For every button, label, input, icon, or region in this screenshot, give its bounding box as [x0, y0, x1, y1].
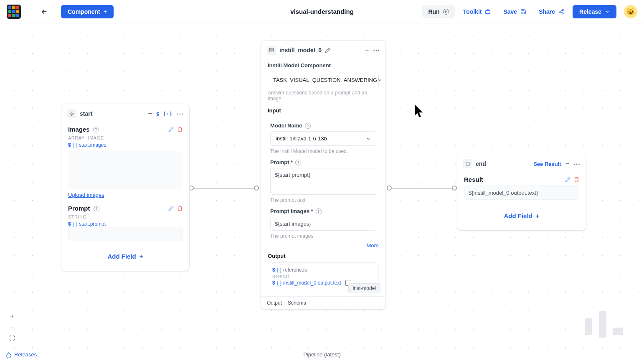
plus-icon: +: [536, 212, 540, 219]
delete-icon[interactable]: [177, 206, 183, 211]
release-button[interactable]: Release: [573, 5, 616, 18]
task-select[interactable]: TASK_VISUAL_QUESTION_ANSWERING: [268, 73, 379, 87]
output-refs-label: references: [283, 267, 307, 273]
save-icon: [520, 9, 526, 15]
plus-icon: +: [139, 253, 143, 260]
delete-icon[interactable]: [177, 127, 183, 132]
share-icon: [558, 9, 564, 15]
upload-link[interactable]: Upload images: [68, 192, 104, 198]
section-label: Output: [268, 253, 379, 259]
ref-sigil: $: [272, 280, 275, 286]
tab-output[interactable]: Output: [267, 300, 282, 306]
svg-point-1: [562, 9, 564, 11]
prompt-images-input[interactable]: ${start.images}: [270, 217, 376, 231]
model-name-value: instill-ai/llava-1-6-13b: [276, 135, 327, 142]
ref-text: start.prompt: [79, 221, 106, 227]
start-node[interactable]: start − $ {·} ⋯ Images ?: [61, 104, 190, 271]
edit-icon[interactable]: [325, 48, 330, 53]
help-icon[interactable]: ?: [305, 123, 311, 129]
component-button[interactable]: Component +: [61, 5, 114, 18]
back-button[interactable]: [38, 5, 51, 18]
avatar[interactable]: 🐱: [624, 5, 637, 18]
task-select-value: TASK_VISUAL_QUESTION_ANSWERING: [273, 77, 377, 83]
svg-rect-8: [466, 162, 469, 165]
section-title: Instill Model Component: [268, 62, 379, 69]
ref-text: start.images: [79, 142, 106, 148]
header-actions: Run Toolkit Save Share Release: [422, 5, 637, 18]
page-title: visual-understanding: [290, 8, 354, 15]
edit-icon[interactable]: [565, 177, 570, 182]
prompt-input[interactable]: [68, 227, 183, 241]
pipeline-canvas[interactable]: start − $ {·} ⋯ Images ?: [0, 23, 644, 361]
delete-icon[interactable]: [574, 177, 579, 182]
app-logo[interactable]: [7, 5, 21, 19]
save-button-label: Save: [503, 8, 517, 15]
type-badge: IMAGE: [88, 135, 104, 140]
add-field-button[interactable]: Add Field +: [464, 207, 579, 224]
minimize-icon[interactable]: −: [365, 46, 369, 54]
cursor-icon: [413, 104, 426, 118]
node-footer-tag: inst-model: [348, 283, 380, 293]
releases-label: Releases: [14, 351, 37, 358]
result-value[interactable]: ${instill_model_0.output.text}: [464, 186, 579, 200]
toolkit-button[interactable]: Toolkit: [459, 5, 495, 18]
zoom-in-button[interactable]: +: [8, 312, 17, 321]
minimize-icon[interactable]: −: [148, 110, 152, 117]
zoom-out-button[interactable]: −: [8, 323, 17, 332]
model-node[interactable]: instill_model_0 − ⋯ Instill Model Compon…: [261, 40, 386, 310]
image-dropzone[interactable]: [68, 151, 183, 189]
help-icon[interactable]: ?: [295, 160, 301, 165]
help-icon[interactable]: ?: [94, 206, 99, 211]
field-label: Prompt Images *: [270, 208, 313, 214]
node-header: instill_model_0 − ⋯: [261, 41, 385, 60]
more-icon[interactable]: ⋯: [177, 110, 183, 118]
connection-port[interactable]: [254, 186, 259, 191]
add-field-button[interactable]: Add Field +: [68, 248, 183, 265]
ref-sigil: $: [272, 267, 275, 273]
share-button-label: Share: [539, 8, 555, 15]
svg-point-3: [562, 13, 564, 14]
chevron-down-icon: [377, 78, 382, 83]
chevron-down-icon: [366, 136, 371, 141]
more-icon[interactable]: ⋯: [373, 46, 380, 54]
more-icon[interactable]: ⋯: [573, 160, 580, 168]
ref-braces: {·}: [73, 142, 77, 148]
help-icon[interactable]: ?: [316, 208, 322, 214]
share-button[interactable]: Share: [535, 5, 568, 18]
ref-braces: {·}: [277, 280, 281, 286]
ref-braces: {·}: [277, 267, 281, 273]
save-button[interactable]: Save: [499, 5, 530, 18]
add-field-label: Add Field: [107, 253, 136, 260]
run-button[interactable]: Run: [422, 5, 454, 18]
connection-port[interactable]: [387, 186, 392, 191]
node-name: end: [476, 160, 486, 167]
edit-icon[interactable]: [168, 127, 174, 132]
end-node[interactable]: end See Result − ⋯ Result ${instill_: [457, 154, 586, 231]
toolkit-button-label: Toolkit: [463, 8, 482, 15]
minimap-node: [599, 311, 606, 338]
edit-icon[interactable]: [168, 206, 174, 211]
toolkit-icon: [485, 9, 491, 15]
plus-icon: +: [104, 8, 107, 15]
more-link[interactable]: More: [268, 242, 379, 249]
field-label: Prompt: [68, 205, 90, 212]
minimize-icon[interactable]: −: [565, 160, 569, 168]
type-badge: STRING: [272, 275, 374, 279]
code-icon[interactable]: $ {·}: [156, 111, 172, 117]
see-result-link[interactable]: See Result: [533, 161, 561, 167]
field-label: Result: [464, 176, 483, 183]
releases-link[interactable]: Releases: [6, 351, 37, 358]
minimap[interactable]: [570, 301, 637, 343]
tab-schema[interactable]: Schema: [288, 300, 306, 306]
svg-rect-4: [270, 48, 271, 50]
prompt-textarea[interactable]: ${start.prompt}: [270, 168, 376, 195]
type-badge: ARRAY: [68, 135, 85, 140]
model-name-select[interactable]: instill-ai/llava-1-6-13b: [270, 131, 376, 146]
type-badge: STRING: [68, 214, 87, 219]
play-icon: [443, 9, 449, 15]
fullscreen-button[interactable]: [8, 333, 17, 343]
field-label: Prompt *: [270, 159, 293, 165]
node-header: start − $ {·} ⋯: [61, 104, 189, 123]
connection-port[interactable]: [452, 186, 457, 191]
help-icon[interactable]: ?: [93, 127, 99, 132]
